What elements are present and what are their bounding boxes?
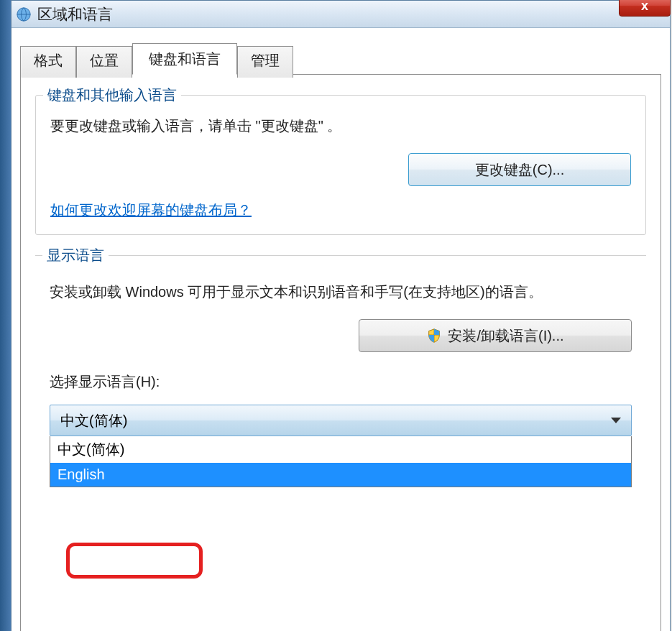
combobox-value: 中文(简体) xyxy=(60,411,127,430)
button-row: 安装/卸载语言(I)... xyxy=(50,319,632,352)
window-title: 区域和语言 xyxy=(37,4,113,24)
close-icon: x xyxy=(641,0,648,14)
tab-label: 位置 xyxy=(90,52,119,68)
display-language-description: 安装或卸载 Windows 可用于显示文本和识别语音和手写(在支持地区)的语言。 xyxy=(50,279,632,305)
shield-icon xyxy=(426,328,442,344)
tab-panel: 键盘和其他输入语言 要更改键盘或输入语言，请单击 "更改键盘" 。 更改键盘(C… xyxy=(20,74,661,631)
tab-strip: 格式 位置 键盘和语言 管理 xyxy=(20,43,661,75)
dropdown-option-chinese-simplified[interactable]: 中文(简体) xyxy=(50,436,631,463)
select-display-language-label: 选择显示语言(H): xyxy=(50,372,632,392)
dialog-body: 格式 位置 键盘和语言 管理 键盘和其他输入语言 要更改键盘或输入语言，请单击 … xyxy=(11,28,670,631)
dialog-window: 区域和语言 x 格式 位置 键盘和语言 管理 键盘和其他输入语言 要更改键盘或输… xyxy=(11,0,671,631)
close-button[interactable]: x xyxy=(619,0,671,17)
display-language-groupbox: 显示语言 安装或卸载 Windows 可用于显示文本和识别语音和手写(在支持地区… xyxy=(35,255,646,557)
install-uninstall-language-button[interactable]: 安装/卸载语言(I)... xyxy=(359,319,632,352)
window-frame-edge xyxy=(0,0,11,631)
groupbox-title: 键盘和其他输入语言 xyxy=(43,86,181,105)
tab-label: 管理 xyxy=(251,52,280,68)
tab-format[interactable]: 格式 xyxy=(20,46,76,78)
button-label: 更改键盘(C)... xyxy=(475,160,564,180)
display-language-combobox[interactable]: 中文(简体) xyxy=(50,405,632,436)
globe-icon xyxy=(16,6,32,22)
option-label: 中文(简体) xyxy=(57,441,124,457)
tab-keyboard-language[interactable]: 键盘和语言 xyxy=(132,43,237,75)
display-language-dropdown: 中文(简体) English xyxy=(50,436,632,487)
welcome-screen-layout-link[interactable]: 如何更改欢迎屏幕的键盘布局？ xyxy=(50,202,252,218)
change-keyboard-button[interactable]: 更改键盘(C)... xyxy=(408,153,631,186)
dropdown-option-english[interactable]: English xyxy=(50,463,631,487)
chevron-down-icon xyxy=(611,418,621,423)
groupbox-title: 显示语言 xyxy=(42,246,109,265)
keyboard-description: 要更改键盘或输入语言，请单击 "更改键盘" 。 xyxy=(50,113,631,139)
button-row: 更改键盘(C)... xyxy=(50,153,631,186)
link-text: 如何更改欢迎屏幕的键盘布局？ xyxy=(50,202,252,218)
option-label: English xyxy=(57,466,105,482)
tab-location[interactable]: 位置 xyxy=(76,46,132,78)
keyboard-groupbox: 键盘和其他输入语言 要更改键盘或输入语言，请单击 "更改键盘" 。 更改键盘(C… xyxy=(35,95,646,235)
button-label: 安装/卸载语言(I)... xyxy=(448,326,563,346)
tab-admin[interactable]: 管理 xyxy=(237,46,293,78)
tab-label: 键盘和语言 xyxy=(149,51,221,67)
titlebar[interactable]: 区域和语言 x xyxy=(11,1,670,28)
tab-label: 格式 xyxy=(34,52,63,68)
